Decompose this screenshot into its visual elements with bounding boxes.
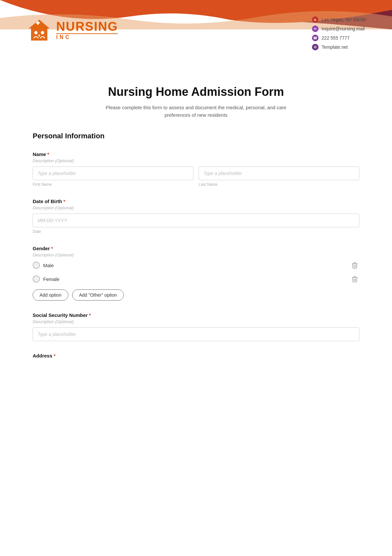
dob-description: Description (Optional) [33,205,359,210]
svg-point-4 [41,31,44,34]
section-personal-info: Personal Information [33,132,359,142]
logo-icon [26,17,52,43]
gender-required: * [51,246,53,251]
name-label: Name * [33,151,359,157]
svg-rect-5 [352,264,358,264]
contact-address: ● Las Vegas, NV 89030 [312,16,366,23]
dob-input[interactable] [33,214,359,227]
logo-inc-text: INC [56,33,118,40]
address-required: * [54,353,56,358]
header-content: NURSING INC ● Las Vegas, NV 89030 ✉ inqu… [0,10,392,50]
svg-rect-2 [36,22,40,24]
logo-nursing-text: NURSING [56,20,118,33]
field-group-ssn: Social Security Number * Description (Op… [33,312,359,341]
gender-description: Description (Optional) [33,252,359,257]
first-name-field: First Name [33,166,193,187]
dob-label: Date of Birth * [33,199,359,204]
contact-email: ✉ inquire@nursing.mail [312,26,366,32]
dob-sublabel: Date [33,229,359,234]
ssn-input[interactable] [33,327,359,341]
ssn-input-wrapper [33,327,359,341]
radio-male[interactable] [33,262,40,269]
name-required: * [47,151,49,157]
svg-point-3 [34,31,38,34]
contact-phone: ☎ 222 555 7777 [312,35,366,41]
email-icon: ✉ [312,26,318,32]
last-name-sublabel: Last Name [199,182,359,187]
form-container: Nursing Home Admission Form Please compl… [0,72,392,390]
radio-male-label: Male [43,263,54,268]
radio-female-label: Female [43,276,59,282]
ssn-required: * [89,312,91,318]
field-group-dob: Date of Birth * Description (Optional) D… [33,199,359,234]
form-title: Nursing Home Admission Form [33,85,359,99]
address-label: Address * [33,353,359,358]
last-name-field: Last Name [199,166,359,187]
gender-option-female: Female [33,274,359,284]
ssn-label: Social Security Number * [33,312,359,318]
dob-input-wrapper: Date [33,214,359,234]
field-group-name: Name * Description (Optional) First Name… [33,151,359,187]
location-icon: ● [312,16,318,23]
gender-add-option-row: Add option Add "Other" option [33,289,359,301]
delete-male-icon[interactable] [350,261,359,270]
first-name-input[interactable] [33,166,193,180]
field-group-address: Address * [33,353,359,358]
first-name-sublabel: First Name [33,182,193,187]
name-description: Description (Optional) [33,158,359,163]
delete-female-icon[interactable] [350,274,359,284]
ssn-description: Description (Optional) [33,319,359,324]
last-name-input[interactable] [199,166,359,180]
gender-label: Gender * [33,246,359,251]
contact-website: ♻ Template.net [312,44,366,50]
logo-area: NURSING INC [26,17,118,43]
page-header: NURSING INC ● Las Vegas, NV 89030 ✉ inqu… [0,0,392,72]
form-subtitle: Please complete this form to assess and … [33,104,359,119]
contact-info: ● Las Vegas, NV 89030 ✉ inquire@nursing.… [312,16,366,50]
phone-icon: ☎ [312,35,318,41]
dob-required: * [63,199,65,204]
field-group-gender: Gender * Description (Optional) Male [33,246,359,301]
add-other-option-button[interactable]: Add "Other" option [72,289,124,301]
svg-rect-6 [354,262,356,263]
radio-female[interactable] [33,275,40,283]
logo-text: NURSING INC [56,20,118,40]
svg-rect-9 [352,277,358,278]
name-input-row: First Name Last Name [33,166,359,187]
svg-rect-10 [354,276,356,277]
add-option-button[interactable]: Add option [33,289,68,301]
web-icon: ♻ [312,44,318,50]
gender-option-male: Male [33,261,359,270]
